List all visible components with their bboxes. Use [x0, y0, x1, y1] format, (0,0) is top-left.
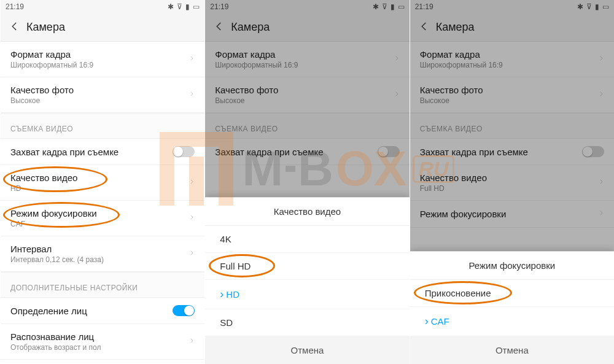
back-icon[interactable] — [9, 21, 20, 34]
row-photo-quality[interactable]: Качество фотоВысокое — [1, 77, 204, 113]
page-title: Камера — [436, 21, 475, 34]
signal-icon: ▮ — [185, 2, 190, 11]
option-caf[interactable]: CAF — [410, 307, 614, 336]
status-bar: 21:19 ✱ ⊽ ▮ ▭ — [1, 0, 204, 14]
bluetooth-icon: ✱ — [168, 2, 174, 11]
chevron-right-icon — [598, 177, 604, 188]
chevron-right-icon — [188, 177, 195, 188]
section-header-video: СЪЕМКА ВИДЕО — [1, 113, 204, 139]
battery-icon: ▭ — [398, 2, 405, 11]
status-time: 21:19 — [415, 2, 433, 11]
row-focus-mode[interactable]: Режим фокусировкиCAF — [1, 201, 204, 236]
bluetooth-icon: ✱ — [577, 2, 583, 11]
section-header-video: СЪЕМКА ВИДЕО — [410, 113, 614, 139]
panel-2: 21:19 ✱ ⊽ ▮ ▭ Камера Формат кадраШирокоф… — [204, 0, 409, 364]
row-frame-format[interactable]: Формат кадраШирокоформатный 16:9 — [410, 42, 614, 77]
row-face-detect[interactable]: Определение лиц — [1, 298, 204, 324]
chevron-right-icon — [598, 89, 604, 101]
cancel-button[interactable]: Отмена — [205, 336, 409, 364]
page-title: Камера — [26, 21, 65, 34]
status-time: 21:19 — [210, 2, 228, 11]
signal-icon: ▮ — [391, 2, 395, 11]
status-time: 21:19 — [6, 2, 24, 11]
chevron-right-icon — [188, 53, 195, 65]
status-icons: ✱ ⊽ ▮ ▭ — [577, 2, 609, 11]
toggle-capture-frame[interactable] — [378, 146, 400, 157]
chevron-right-icon — [598, 53, 604, 65]
battery-icon: ▭ — [193, 2, 200, 11]
back-icon[interactable] — [214, 21, 225, 34]
chevron-right-icon — [598, 208, 604, 220]
titlebar: Камера — [1, 14, 204, 42]
row-frame-format[interactable]: Формат кадраШирокоформатный 16:9 — [1, 42, 204, 77]
option-sd[interactable]: SD — [205, 309, 409, 336]
signal-icon: ▮ — [595, 2, 599, 11]
cancel-button[interactable]: Отмена — [410, 336, 614, 364]
status-bar: 21:19 ✱ ⊽ ▮ ▭ — [205, 0, 409, 14]
section-header-video: СЪЕМКА ВИДЕО — [205, 113, 409, 139]
titlebar: Камера — [410, 14, 614, 42]
dialog-title: Качество видео — [205, 198, 409, 226]
titlebar: Камера — [205, 14, 409, 42]
toggle-face-detect[interactable] — [173, 305, 195, 316]
chevron-right-icon — [188, 212, 195, 224]
toggle-capture-frame[interactable] — [582, 146, 604, 157]
chevron-right-icon — [188, 89, 195, 101]
status-icons: ✱ ⊽ ▮ ▭ — [168, 2, 200, 11]
battery-icon: ▭ — [602, 2, 609, 11]
option-full-hd[interactable]: Full HD — [205, 253, 409, 280]
row-photo-quality[interactable]: Качество фотоВысокое — [410, 77, 614, 113]
status-icons: ✱ ⊽ ▮ ▭ — [373, 2, 405, 11]
option-touch[interactable]: Прикосновение — [410, 280, 614, 307]
row-face-recognize[interactable]: Распознавание лицОтображать возраст и по… — [1, 324, 204, 360]
dialog-focus-mode: Режим фокусировки Прикосновение CAF Отме… — [410, 251, 614, 364]
wifi-icon: ⊽ — [586, 2, 592, 11]
bluetooth-icon: ✱ — [373, 2, 379, 11]
dialog-video-quality: Качество видео 4K Full HD HD SD Отмена — [205, 197, 409, 364]
wifi-icon: ⊽ — [382, 2, 387, 11]
status-bar: 21:19 ✱ ⊽ ▮ ▭ — [410, 0, 614, 14]
panel-1: 21:19 ✱ ⊽ ▮ ▭ Камера Формат кадраШирокоф… — [0, 0, 204, 364]
panel-3: 21:19 ✱ ⊽ ▮ ▭ Камера Формат кадраШирокоф… — [410, 0, 614, 364]
row-photo-quality[interactable]: Качество фотоВысокое — [205, 77, 409, 113]
row-frame-format[interactable]: Формат кадраШирокоформатный 16:9 — [205, 42, 409, 77]
row-video-quality[interactable]: Качество видеоHD — [1, 165, 204, 201]
row-focus-mode[interactable]: Режим фокусировки — [410, 201, 614, 228]
row-video-quality[interactable]: Качество видеоFull HD — [410, 165, 614, 201]
row-capture-frame[interactable]: Захват кадра при съемке — [410, 139, 614, 165]
row-interval[interactable]: ИнтервалИнтервал 0,12 сек. (4 раза) — [1, 236, 204, 272]
option-4k[interactable]: 4K — [205, 226, 409, 253]
row-capture-frame[interactable]: Захват кадра при съемке — [1, 139, 204, 165]
row-capture-frame[interactable]: Захват кадра при съемке — [205, 139, 409, 165]
chevron-right-icon — [188, 248, 195, 260]
chevron-right-icon — [394, 53, 400, 65]
chevron-right-icon — [188, 336, 195, 347]
back-icon[interactable] — [419, 21, 430, 34]
dialog-title: Режим фокусировки — [410, 252, 614, 280]
toggle-capture-frame[interactable] — [173, 146, 195, 157]
settings-list: Формат кадраШирокоформатный 16:9 Качеств… — [1, 42, 204, 364]
chevron-right-icon — [394, 89, 400, 101]
page-title: Камера — [231, 21, 270, 34]
option-hd[interactable]: HD — [205, 280, 409, 309]
section-header-extra: ДОПОЛНИТЕЛЬНЫЕ НАСТРОЙКИ — [1, 272, 204, 298]
wifi-icon: ⊽ — [177, 2, 182, 11]
